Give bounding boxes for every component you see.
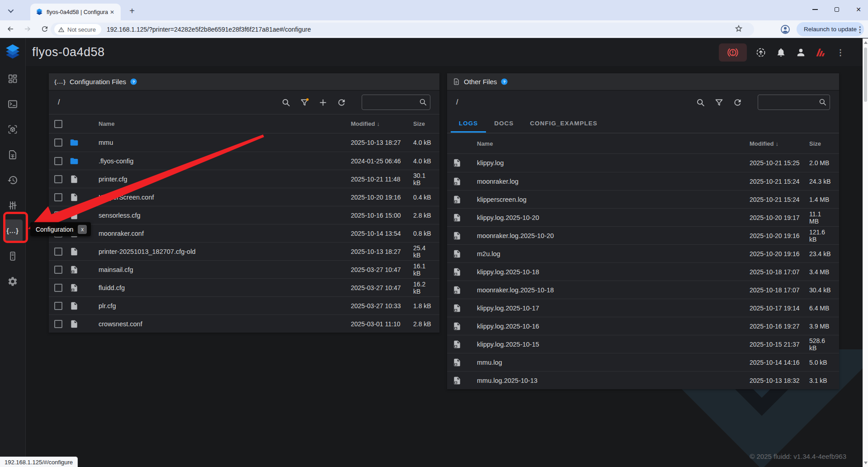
- sidebar-item-settings[interactable]: [0, 269, 25, 294]
- tab-logs[interactable]: LOGS: [451, 114, 486, 133]
- row-checkbox[interactable]: [54, 302, 62, 310]
- current-path[interactable]: /: [456, 98, 458, 106]
- table-row[interactable]: moonraker.conf2025-10-14 13:540.8 kB: [49, 224, 439, 242]
- sidebar-item-dashboard[interactable]: [0, 66, 25, 91]
- scroll-down-arrow-icon[interactable]: [864, 462, 868, 464]
- new-tab-button[interactable]: +: [127, 5, 137, 16]
- forward-button[interactable]: [21, 22, 34, 36]
- table-row[interactable]: klipperscreen.log2025-10-21 15:241.4 MB: [447, 190, 839, 208]
- column-header-modified[interactable]: Modified↓: [750, 140, 806, 147]
- filter-icon[interactable]: [713, 97, 724, 108]
- row-checkbox[interactable]: [54, 320, 62, 328]
- row-checkbox[interactable]: [54, 138, 62, 147]
- upload-locate-button[interactable]: [755, 47, 767, 58]
- row-checkbox[interactable]: [54, 266, 62, 274]
- help-icon[interactable]: ?: [130, 78, 137, 86]
- table-row[interactable]: moonraker.log2025-10-21 15:2424.3 kB: [447, 172, 839, 190]
- window-close-button[interactable]: ✕: [853, 4, 864, 15]
- add-file-icon[interactable]: [317, 97, 328, 108]
- column-header-name[interactable]: Name: [472, 140, 750, 147]
- scroll-up-arrow-icon[interactable]: [864, 41, 868, 44]
- row-checkbox[interactable]: [54, 193, 62, 201]
- table-row[interactable]: sensorless.cfg2025-10-16 15:002.8 kB: [49, 206, 439, 224]
- table-row[interactable]: moonraker.log.2025-10-182025-10-18 17:07…: [447, 281, 839, 299]
- restore-icon: [835, 7, 839, 12]
- scrollbar-thumb[interactable]: [864, 48, 867, 102]
- browser-menu-kebab-icon[interactable]: ⋮: [855, 24, 864, 35]
- table-row[interactable]: klippy.log.2025-10-162025-10-16 19:273.9…: [447, 317, 839, 335]
- help-icon[interactable]: ?: [500, 78, 508, 86]
- table-row[interactable]: mmu.log2025-10-14 14:165.0 kB: [447, 353, 839, 371]
- table-row[interactable]: klippy.log.2025-10-202025-10-20 19:1711.…: [447, 208, 839, 226]
- modified-date: 2025-03-27 10:33: [351, 302, 406, 310]
- page-scrollbar[interactable]: [863, 38, 868, 467]
- reload-button[interactable]: [38, 22, 52, 36]
- table-row[interactable]: printer-20251013_182707.cfg-old2025-10-1…: [49, 242, 439, 260]
- klipper-logo-icon[interactable]: [815, 47, 826, 58]
- column-header-modified[interactable]: Modified↓: [351, 120, 406, 127]
- user-account-button[interactable]: [795, 47, 807, 58]
- column-header-size[interactable]: Size: [406, 120, 433, 127]
- app-menu-kebab-icon[interactable]: ⋮: [835, 47, 846, 58]
- file-name: mmu.log: [472, 359, 750, 366]
- tooltip-close-button[interactable]: x: [78, 225, 87, 234]
- back-button[interactable]: [4, 22, 17, 36]
- table-row[interactable]: klippy.log.2025-10-152025-10-15 21:37528…: [447, 335, 839, 353]
- modified-date: 2025-10-13 18:32: [750, 377, 806, 384]
- row-checkbox[interactable]: [54, 175, 62, 183]
- column-header-size[interactable]: Size: [806, 140, 832, 147]
- table-row[interactable]: plr.cfg2025-03-27 10:331.8 kB: [49, 296, 439, 315]
- sidebar-item-history[interactable]: [0, 167, 25, 193]
- tab-search-button[interactable]: [5, 5, 15, 15]
- select-all-checkbox[interactable]: [54, 120, 62, 128]
- security-chip[interactable]: Not secure: [54, 24, 101, 35]
- address-bar[interactable]: Not secure 192.168.1.125/?printer=24282e…: [51, 23, 754, 36]
- tab-close-icon[interactable]: ✕: [108, 8, 116, 16]
- history-icon: [7, 175, 18, 186]
- table-row[interactable]: mainsail.cfg2025-03-27 10:4716.1 kB: [49, 260, 439, 278]
- window-restore-button[interactable]: [831, 4, 843, 15]
- bookmark-star-icon[interactable]: [734, 24, 743, 33]
- row-checkbox[interactable]: [54, 248, 62, 256]
- sidebar-item-system[interactable]: [0, 243, 25, 269]
- current-path[interactable]: /: [58, 98, 60, 106]
- refresh-icon[interactable]: [336, 97, 347, 108]
- refresh-icon[interactable]: [732, 97, 743, 108]
- column-header-name[interactable]: Name: [90, 120, 351, 127]
- table-row[interactable]: crowsnest.conf2025-03-01 11:102.8 kB: [49, 315, 439, 333]
- tab-config_examples[interactable]: CONFIG_EXAMPLES: [522, 114, 605, 133]
- table-row[interactable]: klippy.log2025-10-21 15:252.0 MB: [447, 154, 839, 172]
- sidebar-item-preview[interactable]: [0, 117, 25, 142]
- emergency-stop-button[interactable]: [719, 43, 747, 62]
- table-row[interactable]: mmu.log.2025-10-132025-10-13 18:323.1 kB: [447, 371, 839, 389]
- search-icon[interactable]: [280, 97, 291, 108]
- file-lock-icon: [453, 249, 472, 258]
- browser-tab[interactable]: flyos-0a4d58 | Configuration ✕: [30, 4, 121, 20]
- row-checkbox[interactable]: [54, 284, 62, 292]
- table-row[interactable]: klippy.log.2025-10-182025-10-18 17:073.4…: [447, 262, 839, 281]
- fluidd-logo[interactable]: [0, 38, 26, 66]
- table-row[interactable]: KlipperScreen.conf2025-10-20 19:160.4 kB: [49, 188, 439, 206]
- sidebar-item-jobs[interactable]: [0, 142, 25, 167]
- table-row[interactable]: klippy.log.2025-10-172025-10-17 19:146.4…: [447, 299, 839, 317]
- table-row[interactable]: fluidd.cfg2025-03-27 10:4716.2 kB: [49, 278, 439, 296]
- tab-docs[interactable]: DOCS: [486, 114, 522, 133]
- notifications-button[interactable]: [775, 47, 787, 58]
- row-checkbox[interactable]: [54, 211, 62, 219]
- table-row[interactable]: .flyos-config2024-01-25 06:464.0 kB: [49, 152, 439, 170]
- file-icon: [70, 301, 90, 310]
- table-row[interactable]: m2u.log2025-10-20 19:1623.4 kB: [447, 244, 839, 262]
- search-icon: [419, 98, 427, 106]
- window-minimize-button[interactable]: [809, 4, 821, 15]
- table-row[interactable]: printer.cfg2025-10-21 11:4830.1 kB: [49, 170, 439, 188]
- table-row[interactable]: moonraker.log.2025-10-202025-10-20 19:16…: [447, 226, 839, 244]
- sidebar-item-console[interactable]: [0, 91, 25, 117]
- browser-profile-icon[interactable]: [778, 22, 793, 37]
- search-icon[interactable]: [695, 97, 706, 108]
- row-checkbox[interactable]: [54, 157, 62, 165]
- table-row[interactable]: mmu2025-10-13 18:274.0 kB: [49, 133, 439, 152]
- relaunch-to-update-button[interactable]: Relaunch to update: [797, 22, 864, 36]
- jobs-icon: [7, 149, 18, 160]
- filter-icon[interactable]: [299, 97, 310, 108]
- file-lock-icon: [453, 376, 472, 385]
